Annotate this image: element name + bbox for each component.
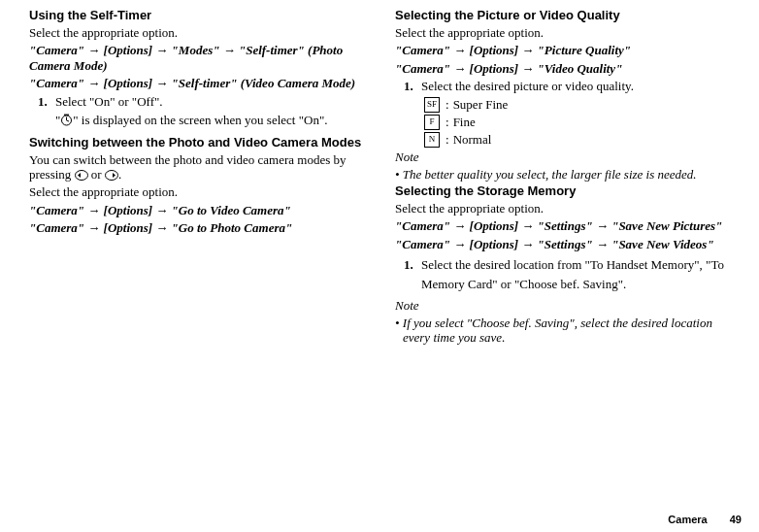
navpath-go-photo: "Camera" → [Options] → "Go to Photo Came… xyxy=(29,220,376,236)
step-1: Select "On" or "Off". xyxy=(50,94,376,110)
quality-fine-label: Fine xyxy=(453,115,476,130)
select-opt-text-2: Select the appropriate option. xyxy=(29,184,376,200)
switch-modes-body: You can switch between the photo and vid… xyxy=(29,152,376,183)
step-quality-1: Select the desired picture or video qual… xyxy=(416,79,742,94)
left-column: Using the Self-Timer Select the appropri… xyxy=(29,8,395,524)
navpath-video-quality: "Camera" → [Options] → "Video Quality" xyxy=(395,61,742,77)
footer-chapter: Camera xyxy=(668,514,707,525)
navpath-save-pictures: "Camera" → [Options] → "Settings" → "Sav… xyxy=(395,218,742,234)
navpath-go-video: "Camera" → [Options] → "Go to Video Came… xyxy=(29,203,376,218)
note-body-1: • The better quality you select, the lar… xyxy=(395,167,742,183)
page-footer: Camera 49 xyxy=(668,514,742,526)
left-key-icon xyxy=(75,170,88,181)
heading-self-timer: Using the Self-Timer xyxy=(29,8,376,23)
timer-icon xyxy=(60,114,73,126)
quality-superfine-label: Super Fine xyxy=(453,97,509,113)
step-storage-1: Select the desired location from "To Han… xyxy=(416,255,742,296)
right-column: Selecting the Picture or Video Quality S… xyxy=(395,8,742,524)
select-opt-text-r: Select the appropriate option. xyxy=(395,25,742,41)
note-heading-2: Note xyxy=(395,298,742,314)
icon-row-fine: F : Fine xyxy=(424,115,742,130)
navpath-picture-quality: "Camera" → [Options] → "Picture Quality" xyxy=(395,43,742,58)
navpath-save-videos: "Camera" → [Options] → "Settings" → "Sav… xyxy=(395,237,742,252)
svg-line-2 xyxy=(67,120,70,121)
right-key-icon xyxy=(105,170,118,181)
quality-normal-icon: N xyxy=(424,132,440,148)
icon-row-normal: N : Normal xyxy=(424,132,742,148)
heading-storage: Selecting the Storage Memory xyxy=(395,183,742,199)
step-1-sub: "" is displayed on the screen when you s… xyxy=(50,113,376,128)
steps-quality: Select the desired picture or video qual… xyxy=(395,79,742,94)
svg-point-4 xyxy=(75,171,87,181)
select-opt-text: Select the appropriate option. xyxy=(29,25,376,41)
icon-row-superfine: SF : Super Fine xyxy=(424,97,742,113)
quality-superfine-icon: SF xyxy=(424,97,440,113)
steps-storage: Select the desired location from "To Han… xyxy=(395,255,742,296)
quality-normal-label: Normal xyxy=(453,132,492,148)
quality-fine-icon: F xyxy=(424,115,440,130)
select-opt-text-r2: Select the appropriate option. xyxy=(395,201,742,216)
svg-point-5 xyxy=(105,171,117,181)
navpath-selftimer-photo: "Camera" → [Options] → "Modes" → "Self-t… xyxy=(29,43,376,73)
heading-quality: Selecting the Picture or Video Quality xyxy=(395,8,742,23)
note-heading-1: Note xyxy=(395,150,742,165)
heading-switch-modes: Switching between the Photo and Video Ca… xyxy=(29,135,376,150)
note-body-2: • If you select "Choose bef. Saving", se… xyxy=(395,316,742,346)
steps-selftimer: Select "On" or "Off". xyxy=(29,94,376,110)
footer-page-number: 49 xyxy=(730,514,742,525)
navpath-selftimer-video: "Camera" → [Options] → "Self-timer" (Vid… xyxy=(29,76,376,91)
